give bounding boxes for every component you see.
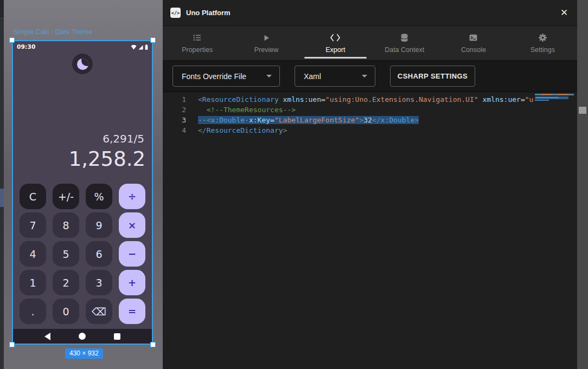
code-lines[interactable]: <ResourceDictionary xmlns:uen="using:Uno…	[198, 94, 577, 368]
language-select-value: Xaml	[304, 72, 321, 81]
calc-button-plus-minus[interactable]: +/-	[53, 184, 79, 209]
code-gutter: 1234	[163, 94, 198, 368]
calc-button-7[interactable]: 7	[20, 212, 46, 238]
calc-button-2[interactable]: 2	[53, 270, 79, 295]
tab-properties[interactable]: Properties	[163, 26, 232, 60]
signal-icon	[138, 42, 143, 52]
window-scrollbar-thumb[interactable]	[579, 107, 586, 114]
code-line-3[interactable]: ··<x:Double·x:Key="LabelLargeFontSize">3…	[198, 115, 577, 125]
moon-icon	[77, 59, 88, 70]
calc-button-multiply[interactable]: ×	[119, 212, 145, 238]
code-brackets-icon	[330, 33, 341, 43]
line-number: 4	[163, 125, 186, 135]
calc-button-decimal[interactable]: .	[20, 299, 46, 324]
tab-label: Properties	[182, 46, 213, 54]
tab-preview[interactable]: Preview	[232, 26, 301, 60]
design-canvas[interactable]: Simple Calc - Dark Theme 09:30 6,291/5 1…	[0, 0, 163, 369]
calc-button-equals[interactable]: =	[119, 299, 145, 324]
calc-button-minus[interactable]: −	[119, 241, 145, 267]
tab-export[interactable]: Export	[301, 26, 370, 60]
phone-status-bar: 09:30	[13, 41, 152, 50]
minimap-selected-line	[535, 96, 568, 99]
nav-back-icon[interactable]	[44, 333, 50, 340]
nav-home-icon[interactable]	[79, 333, 86, 340]
panel-tabs: PropertiesPreviewExportData ContextConso…	[163, 26, 577, 61]
tab-settings[interactable]: Settings	[508, 26, 577, 60]
properties-list-icon	[193, 33, 202, 43]
calc-expression: 6,291/5	[103, 132, 144, 145]
phone-artboard[interactable]: 09:30 6,291/5 1,258.2 C+/-%÷789×456−123+…	[12, 40, 153, 345]
code-line-4[interactable]: </ResourceDictionary>	[198, 125, 577, 135]
tab-label: Settings	[531, 46, 555, 54]
terminal-icon	[469, 33, 478, 43]
calc-button-backspace[interactable]: ⌫	[86, 299, 112, 324]
active-tab-underline	[304, 57, 367, 59]
calc-button-1[interactable]: 1	[20, 270, 46, 295]
calc-button-5[interactable]: 5	[53, 241, 79, 267]
status-icons	[131, 42, 148, 52]
fonts-override-file-value: Fonts Override File	[182, 72, 246, 81]
minimap-line	[535, 100, 549, 101]
tab-label: Export	[325, 46, 345, 54]
calc-result: 1,258.2	[69, 147, 145, 171]
calc-button-percent[interactable]: %	[86, 184, 112, 209]
export-toolbar: Fonts Override File Xaml CSHARP SETTINGS	[163, 61, 577, 92]
calc-button-9[interactable]: 9	[86, 212, 112, 238]
uno-platform-panel: </> Uno Platform ✕ PropertiesPreviewExpo…	[163, 0, 577, 369]
window-scrollbar-track[interactable]	[577, 0, 588, 369]
artboard-size-badge: 430 × 932	[65, 348, 103, 359]
tab-data-context[interactable]: Data Context	[370, 26, 439, 60]
calc-button-divide[interactable]: ÷	[119, 184, 145, 209]
database-icon	[400, 33, 409, 43]
calc-button-4[interactable]: 4	[20, 241, 46, 267]
resize-handle-top-left[interactable]	[9, 37, 15, 43]
panel-header: </> Uno Platform ✕	[163, 0, 577, 26]
calc-button-plus[interactable]: +	[119, 270, 145, 295]
canvas-left-scrollbar-thumb[interactable]	[0, 189, 4, 207]
line-number: 3	[163, 115, 186, 125]
theme-toggle-button[interactable]	[72, 54, 93, 74]
code-line-1[interactable]: <ResourceDictionary xmlns:uen="using:Uno…	[198, 94, 577, 105]
gear-icon	[538, 33, 547, 43]
canvas-left-strip-top	[0, 0, 4, 18]
artboard-label[interactable]: Simple Calc - Dark Theme	[13, 28, 92, 36]
line-number: 1	[163, 94, 186, 105]
calc-keypad: C+/-%÷789×456−123+.0⌫=	[20, 184, 145, 324]
csharp-settings-button[interactable]: CSHARP SETTINGS	[390, 66, 475, 87]
minimap[interactable]	[534, 92, 575, 368]
status-time: 09:30	[17, 43, 35, 50]
calc-button-8[interactable]: 8	[53, 212, 79, 238]
tab-label: Data Context	[385, 46, 424, 54]
play-icon	[262, 33, 271, 43]
calc-button-clear[interactable]: C	[20, 184, 46, 209]
code-editor[interactable]: 1234 <ResourceDictionary xmlns:uen="usin…	[163, 92, 577, 368]
code-line-2[interactable]: <!--ThemeResources-->	[198, 105, 577, 115]
app-window: Simple Calc - Dark Theme 09:30 6,291/5 1…	[0, 0, 588, 369]
canvas-left-scrollbar-track[interactable]	[0, 0, 4, 369]
tab-console[interactable]: Console	[439, 26, 508, 60]
close-button[interactable]: ✕	[557, 5, 572, 21]
resize-handle-bottom-right[interactable]	[150, 342, 156, 347]
calc-button-6[interactable]: 6	[86, 241, 112, 267]
uno-logo-icon: </>	[170, 8, 181, 18]
wifi-icon	[131, 42, 137, 52]
line-number: 2	[163, 105, 186, 115]
tab-label: Preview	[254, 46, 278, 54]
battery-icon	[145, 42, 148, 52]
nav-recents-icon[interactable]	[114, 333, 120, 340]
chevron-down-icon	[362, 75, 367, 77]
panel-title: Uno Platform	[186, 9, 231, 17]
calc-button-0[interactable]: 0	[53, 299, 79, 324]
resize-handle-top-right[interactable]	[150, 37, 156, 43]
minimap-line	[535, 94, 574, 95]
language-select[interactable]: Xaml	[295, 66, 375, 87]
tab-label: Console	[461, 46, 486, 54]
chevron-down-icon	[266, 75, 272, 77]
resize-handle-bottom-left[interactable]	[9, 342, 15, 347]
android-nav-bar	[13, 329, 152, 344]
calc-button-3[interactable]: 3	[86, 270, 112, 295]
fonts-override-file-select[interactable]: Fonts Override File	[172, 66, 280, 87]
